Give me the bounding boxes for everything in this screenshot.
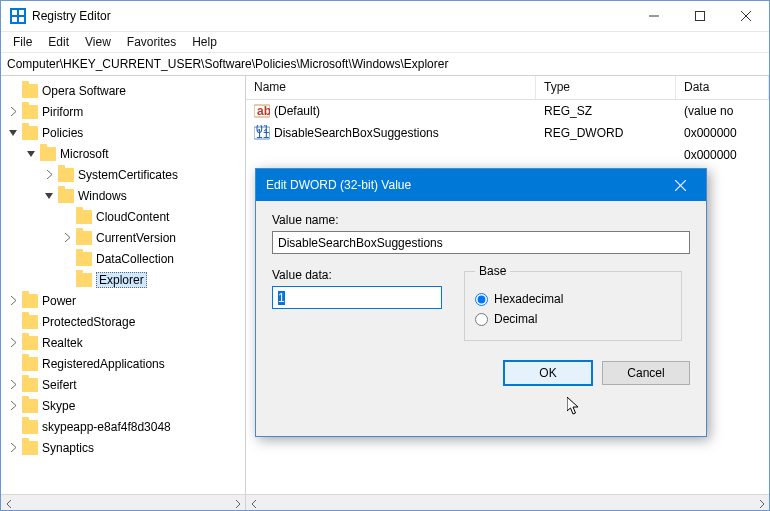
tree-item[interactable]: DataCollection: [1, 248, 245, 269]
chevron-down-icon[interactable]: [7, 126, 20, 139]
tree-panel[interactable]: Opera SoftwarePiriformPoliciesMicrosoftS…: [1, 76, 246, 494]
expand-placeholder: [7, 357, 20, 370]
radio-hex-input[interactable]: [475, 293, 488, 306]
tree-item[interactable]: CloudContent: [1, 206, 245, 227]
tree-item[interactable]: SystemCertificates: [1, 164, 245, 185]
close-button[interactable]: [723, 1, 769, 31]
tree-item[interactable]: RegisteredApplications: [1, 353, 245, 374]
folder-icon: [22, 336, 38, 350]
tree-item[interactable]: Opera Software: [1, 80, 245, 101]
menu-view[interactable]: View: [77, 33, 119, 51]
tree-item[interactable]: Microsoft: [1, 143, 245, 164]
tree-item-label: Explorer: [96, 272, 147, 288]
col-data[interactable]: Data: [676, 76, 769, 99]
binary-value-icon: 011110: [254, 125, 270, 141]
expand-placeholder: [61, 252, 74, 265]
radio-hexadecimal[interactable]: Hexadecimal: [475, 292, 671, 306]
hscroll-area: [1, 494, 769, 511]
value-data: (value no: [676, 104, 769, 118]
chevron-right-icon[interactable]: [61, 231, 74, 244]
tree-item[interactable]: ProtectedStorage: [1, 311, 245, 332]
tree-item-label: Piriform: [42, 105, 83, 119]
ok-button[interactable]: OK: [504, 361, 592, 385]
scroll-right-icon[interactable]: [228, 495, 245, 511]
base-group: Base Hexadecimal Decimal: [464, 264, 682, 341]
tree-item[interactable]: Seifert: [1, 374, 245, 395]
folder-icon: [22, 294, 38, 308]
chevron-right-icon[interactable]: [43, 168, 56, 181]
chevron-right-icon[interactable]: [7, 399, 20, 412]
value-data-input[interactable]: [272, 286, 442, 309]
edit-dword-dialog: Edit DWORD (32-bit) Value Value name: Va…: [255, 168, 707, 437]
value-name-label: Value name:: [272, 213, 690, 227]
folder-icon: [76, 210, 92, 224]
folder-icon: [76, 252, 92, 266]
chevron-right-icon[interactable]: [7, 105, 20, 118]
folder-icon: [22, 105, 38, 119]
tree-item-label: ProtectedStorage: [42, 315, 135, 329]
value-row[interactable]: ab(Default)REG_SZ(value no: [246, 100, 769, 122]
cancel-button[interactable]: Cancel: [602, 361, 690, 385]
column-headers[interactable]: Name Type Data: [246, 76, 769, 100]
expand-placeholder: [7, 420, 20, 433]
radio-decimal[interactable]: Decimal: [475, 312, 671, 326]
address-text: Computer\HKEY_CURRENT_USER\Software\Poli…: [7, 57, 448, 71]
tree-item-label: Windows: [78, 189, 127, 203]
chevron-down-icon[interactable]: [43, 189, 56, 202]
value-data-label: Value data:: [272, 268, 442, 282]
folder-icon: [22, 84, 38, 98]
dialog-close-button[interactable]: [664, 169, 696, 201]
dialog-titlebar[interactable]: Edit DWORD (32-bit) Value: [256, 169, 706, 201]
svg-rect-2: [12, 17, 17, 22]
tree-item[interactable]: Explorer: [1, 269, 245, 290]
svg-text:110: 110: [256, 127, 270, 141]
col-type[interactable]: Type: [536, 76, 676, 99]
tree-item[interactable]: Realtek: [1, 332, 245, 353]
chevron-right-icon[interactable]: [7, 336, 20, 349]
folder-icon: [22, 441, 38, 455]
chevron-down-icon[interactable]: [25, 147, 38, 160]
chevron-right-icon[interactable]: [7, 441, 20, 454]
folder-icon: [76, 273, 92, 287]
expand-placeholder: [7, 84, 20, 97]
scroll-left-icon[interactable]: [246, 495, 263, 511]
value-row[interactable]: 011110DisableSearchBoxSuggestionsREG_DWO…: [246, 122, 769, 144]
col-name[interactable]: Name: [246, 76, 536, 99]
value-row[interactable]: 0x000000: [246, 144, 769, 166]
value-name-input[interactable]: [272, 231, 690, 254]
app-icon: [10, 8, 26, 24]
tree-item-label: DataCollection: [96, 252, 174, 266]
menu-favorites[interactable]: Favorites: [119, 33, 184, 51]
menu-help[interactable]: Help: [184, 33, 225, 51]
svg-text:ab: ab: [257, 104, 270, 118]
maximize-button[interactable]: [677, 1, 723, 31]
tree-item[interactable]: Synaptics: [1, 437, 245, 458]
radio-dec-label: Decimal: [494, 312, 537, 326]
radio-dec-input[interactable]: [475, 313, 488, 326]
folder-icon: [76, 231, 92, 245]
svg-rect-3: [19, 17, 24, 22]
address-bar[interactable]: Computer\HKEY_CURRENT_USER\Software\Poli…: [1, 53, 769, 76]
tree-item[interactable]: CurrentVersion: [1, 227, 245, 248]
scroll-right-icon[interactable]: [752, 495, 769, 511]
tree-item[interactable]: Skype: [1, 395, 245, 416]
chevron-right-icon[interactable]: [7, 294, 20, 307]
menu-file[interactable]: File: [5, 33, 40, 51]
scroll-left-icon[interactable]: [1, 495, 18, 511]
tree-item[interactable]: Policies: [1, 122, 245, 143]
minimize-button[interactable]: [631, 1, 677, 31]
chevron-right-icon[interactable]: [7, 378, 20, 391]
folder-icon: [22, 126, 38, 140]
titlebar: Registry Editor: [1, 1, 769, 32]
expand-placeholder: [61, 210, 74, 223]
menubar: File Edit View Favorites Help: [1, 32, 769, 53]
tree-item-label: RegisteredApplications: [42, 357, 165, 371]
folder-icon: [22, 315, 38, 329]
tree-item[interactable]: skypeapp-e8af4f8d3048: [1, 416, 245, 437]
tree-item-label: Opera Software: [42, 84, 126, 98]
base-legend: Base: [475, 264, 510, 278]
tree-item[interactable]: Piriform: [1, 101, 245, 122]
tree-item[interactable]: Windows: [1, 185, 245, 206]
tree-item[interactable]: Power: [1, 290, 245, 311]
menu-edit[interactable]: Edit: [40, 33, 77, 51]
